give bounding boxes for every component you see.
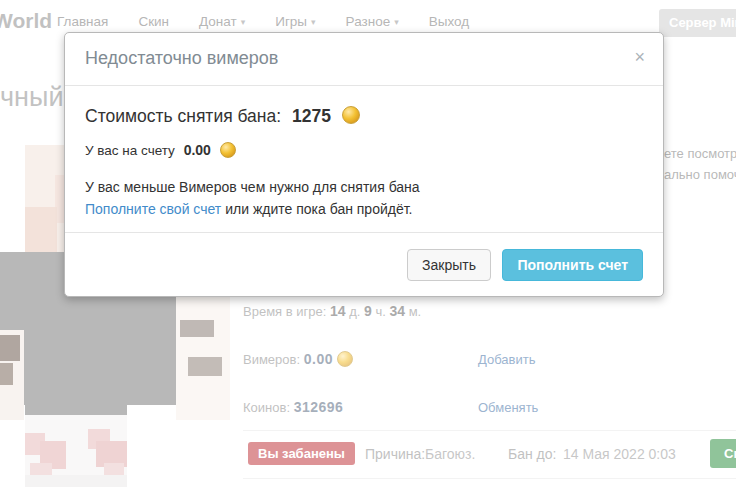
close-button[interactable]: Закрыть (407, 249, 491, 281)
cost-value: 1275 (292, 106, 331, 126)
cost-label: Стоимость снятия бана: (85, 106, 281, 126)
balance-value: 0.00 (184, 142, 211, 158)
balance-prefix: У вас на счету (85, 143, 175, 158)
modal-footer: Закрыть Пополнить счет (65, 232, 663, 296)
topup-button[interactable]: Пополнить счет (502, 249, 643, 281)
page: World Главная Скин Донат▾ Игры▾ Разное▾ … (0, 0, 736, 487)
unban-cost-line: Стоимость снятия бана: 1275 (85, 106, 643, 127)
topup-hint-line: Пополните свой счетили ждите пока бан пр… (85, 199, 643, 221)
insufficient-vimers-modal: Недостаточно вимеров × Стоимость снятия … (64, 32, 664, 297)
modal-header: Недостаточно вимеров × (65, 33, 663, 86)
close-icon[interactable]: × (632, 46, 647, 68)
topup-link[interactable]: Пополните свой счет (85, 201, 221, 217)
modal-body: Стоимость снятия бана: 1275 У вас на сче… (65, 86, 663, 220)
balance-line: У вас на счету 0.00 (85, 142, 643, 158)
topup-hint-suffix: или ждите пока бан пройдёт. (225, 201, 412, 217)
coin-icon (220, 142, 236, 158)
warning-text: У вас меньше Вимеров чем нужно для сняти… (85, 177, 643, 199)
modal-title: Недостаточно вимеров (85, 48, 278, 69)
coin-icon (342, 106, 360, 124)
